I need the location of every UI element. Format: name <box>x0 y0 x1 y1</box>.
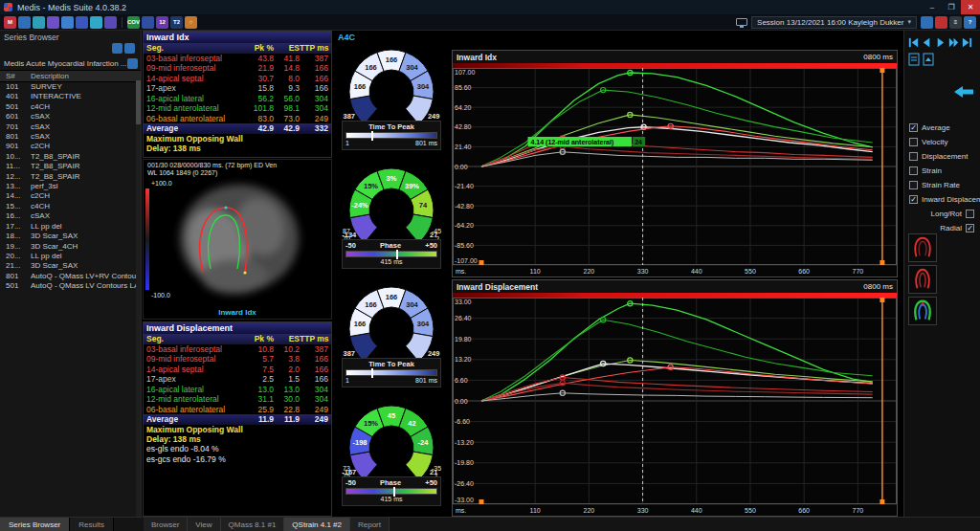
marker-handle[interactable] <box>479 260 484 265</box>
series-row[interactable]: 101SURVEY <box>0 82 141 92</box>
gauge-color-bar[interactable] <box>345 251 437 257</box>
list-view-icon[interactable] <box>124 43 135 54</box>
marker-handle[interactable] <box>880 260 884 265</box>
inward-displacement-chart[interactable]: Inward Displacement0800 msms.11022033044… <box>452 279 898 517</box>
help-icon[interactable]: ? <box>964 16 976 29</box>
series-row[interactable]: 16...cSAX <box>0 211 141 221</box>
panel-tab-results[interactable]: Results <box>70 518 114 531</box>
gauge-slider-marker[interactable] <box>371 368 373 378</box>
segment-row[interactable]: 17-apex2.51.5166 <box>144 374 331 385</box>
checkbox-box[interactable] <box>966 210 974 218</box>
checkbox-box[interactable]: ✓ <box>966 224 974 232</box>
qstrain-icon[interactable] <box>104 16 117 29</box>
checkbox-displacement[interactable]: Displacement <box>909 149 978 164</box>
col-description[interactable]: Description <box>31 71 141 81</box>
series-row[interactable]: 10...T2_B8_SPAIR <box>0 152 141 162</box>
view-thumbnail-2[interactable] <box>908 265 937 294</box>
checkbox-box[interactable] <box>909 152 918 161</box>
session-selector[interactable]: Session 13/12/2021 16:00 Kayleigh Dukker… <box>751 16 917 29</box>
checkbox-box[interactable]: ✓ <box>909 195 918 204</box>
segment-row[interactable]: 14-apical septal7.52.0166 <box>144 365 331 375</box>
app-tab-report[interactable]: Report <box>350 518 390 531</box>
segment-row[interactable]: 09-mid inferoseptal5.73.8166 <box>144 354 331 365</box>
display-icon[interactable] <box>736 18 747 26</box>
chart-plot[interactable]: ms.110220330440550660770107.0085.6064.20… <box>453 68 897 277</box>
segment-row[interactable]: 03-basal inferoseptal10.810.2387 <box>144 344 331 355</box>
gauge-slider-marker[interactable] <box>393 487 395 497</box>
series-row[interactable]: 13...perf_3sl <box>0 182 141 191</box>
play-button[interactable] <box>934 36 947 49</box>
series-row[interactable]: 21...3D Scar_SAX <box>0 261 141 271</box>
series-curve-mid-inferoseptal[interactable] <box>481 146 873 166</box>
checkbox-box[interactable] <box>909 166 918 175</box>
segment-row[interactable]: 17-apex15.89.3166 <box>144 83 331 94</box>
segment-row[interactable]: 03-basal inferoseptal43.841.8387 <box>144 54 331 64</box>
series-browser-icon[interactable] <box>18 16 31 29</box>
image-viewport[interactable]: 001/30 028/0000/830 ms. (72 bpm) ED Ven … <box>143 159 332 320</box>
cov-icon[interactable]: COV <box>127 16 140 29</box>
export-icon[interactable] <box>923 53 934 66</box>
view-thumbnail-1[interactable] <box>908 233 937 262</box>
filter-icon[interactable] <box>127 58 138 69</box>
checkbox-strain-rate[interactable]: Strain Rate <box>909 178 978 192</box>
gauge-slider-marker[interactable] <box>396 250 398 259</box>
view-thumbnail-3[interactable] <box>908 297 937 325</box>
qtavi-icon[interactable] <box>142 16 154 29</box>
option-long-rot[interactable]: Long/Rot <box>909 207 978 221</box>
col-series-number[interactable]: S# <box>6 71 31 81</box>
series-row[interactable]: 701cSAX <box>0 122 141 132</box>
series-row[interactable]: 501AutoQ - QMass LV Contours LAX ... <box>0 281 141 291</box>
gauge-color-bar[interactable] <box>345 369 437 376</box>
inward-idx-chart[interactable]: Inward Idx0800 msms.11022033044055066077… <box>452 50 898 277</box>
checkbox-box[interactable] <box>909 138 918 146</box>
minimize-button[interactable]: – <box>923 0 942 14</box>
segment-row[interactable]: 16-apical lateral56.256.0304 <box>144 94 331 104</box>
series-row[interactable]: 901c2CH <box>0 142 141 151</box>
cine-loop-icon[interactable]: ○ <box>185 16 197 29</box>
maximize-button[interactable]: ❐ <box>942 0 961 14</box>
segment-row[interactable]: 06-basal anterolateral25.922.8249 <box>144 405 331 415</box>
medis-logo-icon[interactable]: M <box>4 16 16 29</box>
series-row[interactable]: 20...LL pp del <box>0 252 141 261</box>
series-row[interactable]: 401INTERACTIVE <box>0 92 141 101</box>
skip-last-button[interactable] <box>961 36 973 49</box>
marker-handle[interactable] <box>479 499 484 504</box>
panel-tab-series-browser[interactable]: Series Browser <box>0 518 70 531</box>
compare-icon[interactable] <box>47 16 59 29</box>
qmass-icon[interactable] <box>76 16 88 29</box>
app-tab-view[interactable]: View <box>188 518 220 531</box>
close-button[interactable]: ✕ <box>961 0 980 14</box>
series-scrollbar[interactable] <box>136 80 141 517</box>
series-row[interactable]: 15...c4CH <box>0 202 141 211</box>
checkbox-inward-displacement[interactable]: ✓Inward Displacement <box>909 192 978 207</box>
checkbox-strain[interactable]: Strain <box>909 164 978 178</box>
series-row[interactable]: 14...c2CH <box>0 191 141 201</box>
segment-row[interactable]: 14-apical septal30.78.0166 <box>144 74 331 84</box>
series-row[interactable]: 11...T2_B8_SPAIR <box>0 162 141 171</box>
series-row[interactable]: 801AutoQ - QMass LV+RV Contours <box>0 272 141 281</box>
viewer-icon[interactable] <box>33 16 45 29</box>
series-row[interactable]: 18...3D Scar_SAX <box>0 232 141 241</box>
checkbox-average[interactable]: ✓Average <box>909 121 978 135</box>
contour-marker[interactable] <box>243 271 246 274</box>
checkbox-box[interactable] <box>909 181 918 189</box>
checkbox-velocity[interactable]: Velocity <box>909 135 978 149</box>
pin-icon[interactable] <box>935 16 947 29</box>
marker-handle[interactable] <box>880 298 884 302</box>
screen-layout-icon[interactable] <box>921 16 933 29</box>
marker-handle[interactable] <box>880 68 884 73</box>
series-row[interactable]: 501c4CH <box>0 102 141 112</box>
segment-row[interactable]: 12-mid anterolateral101.898.1304 <box>144 103 331 114</box>
series-curve-mid-anterolateral[interactable] <box>481 73 873 166</box>
back-arrow-button[interactable] <box>953 84 974 100</box>
segment-row[interactable]: 09-mid inferoseptal21.914.8166 <box>144 63 331 74</box>
app-tab-browser[interactable]: Browser <box>144 518 188 531</box>
t2-icon[interactable]: T2 <box>170 16 183 29</box>
checkbox-box[interactable]: ✓ <box>909 123 918 132</box>
series-row[interactable]: 12...T2_B8_SPAIR <box>0 172 141 182</box>
series-row[interactable]: 19...3D Scar_4CH <box>0 242 141 252</box>
marker-handle[interactable] <box>880 499 884 504</box>
series-row[interactable]: 601cSAX <box>0 112 141 122</box>
series-curve-apex[interactable] <box>481 393 873 401</box>
series-row[interactable]: 801cSAX <box>0 132 141 142</box>
